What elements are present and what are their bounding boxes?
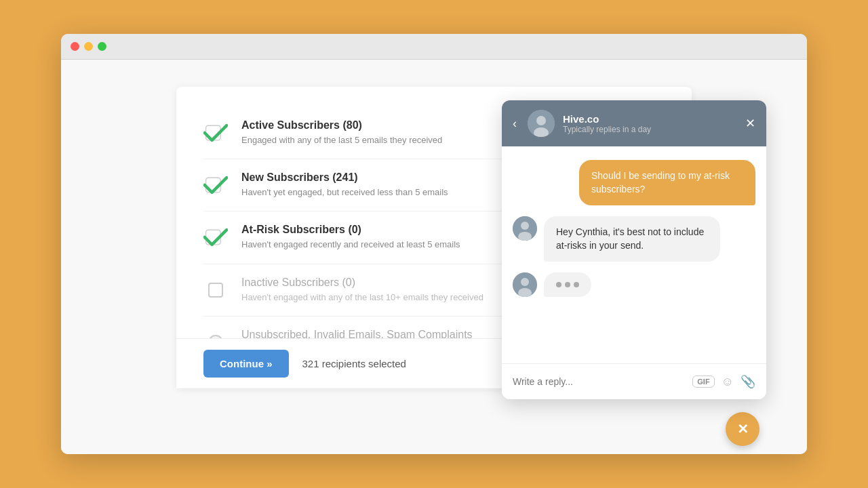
maximize-traffic-light[interactable]	[98, 42, 106, 51]
svg-point-10	[521, 278, 529, 286]
chat-name: Hive.co	[563, 113, 737, 125]
chat-widget: ‹ Hive.co Typically replies in a day ✕	[502, 100, 766, 399]
attachment-icon[interactable]: 📎	[741, 374, 755, 389]
outgoing-bubble: Should I be sending to my at-risk subscr…	[579, 160, 755, 205]
svg-point-7	[521, 222, 529, 230]
svg-point-4	[536, 116, 546, 125]
chat-header-info: Hive.co Typically replies in a day	[563, 113, 737, 134]
agent-avatar	[513, 216, 537, 241]
agent-avatar-typing	[513, 272, 537, 297]
typing-indicator	[513, 272, 755, 297]
recipients-count: 321 recipients selected	[302, 358, 406, 369]
chat-body: Should I be sending to my at-risk subscr…	[502, 146, 766, 363]
chat-footer: GIF ☺ 📎	[502, 363, 766, 399]
browser-window: Active Subscribers (80) Engaged with any…	[61, 34, 807, 454]
checkbox-at-risk[interactable]	[203, 225, 228, 249]
continue-button[interactable]: Continue »	[203, 350, 289, 378]
fab-x-icon: ✕	[737, 421, 749, 437]
close-traffic-light[interactable]	[71, 42, 79, 51]
typing-dot-3	[574, 282, 579, 287]
checkbox-inactive[interactable]	[203, 278, 228, 302]
checkbox-new[interactable]	[203, 173, 228, 197]
chat-avatar	[528, 110, 555, 137]
outgoing-message: Should I be sending to my at-risk subscr…	[513, 160, 755, 205]
typing-dot-2	[565, 282, 570, 287]
checkbox-active[interactable]	[203, 121, 228, 145]
chat-status: Typically replies in a day	[563, 125, 737, 134]
traffic-lights	[71, 42, 106, 51]
gif-button[interactable]: GIF	[692, 375, 714, 388]
chat-close-icon[interactable]: ✕	[745, 116, 755, 131]
incoming-message: Hey Cynthia, it's best not to include at…	[513, 216, 755, 262]
reply-input[interactable]	[513, 372, 686, 391]
minimize-traffic-light[interactable]	[84, 42, 93, 51]
incoming-bubble: Hey Cynthia, it's best not to include at…	[544, 216, 720, 262]
browser-content: Active Subscribers (80) Engaged with any…	[61, 60, 807, 454]
chat-footer-icons: GIF ☺ 📎	[692, 374, 755, 389]
chat-close-fab[interactable]: ✕	[726, 412, 760, 446]
chat-header: ‹ Hive.co Typically replies in a day ✕	[502, 100, 766, 146]
titlebar	[61, 34, 807, 60]
chat-back-icon[interactable]: ‹	[513, 117, 517, 131]
emoji-icon[interactable]: ☺	[722, 375, 734, 389]
typing-dot-1	[556, 282, 561, 287]
typing-bubble	[544, 272, 591, 297]
